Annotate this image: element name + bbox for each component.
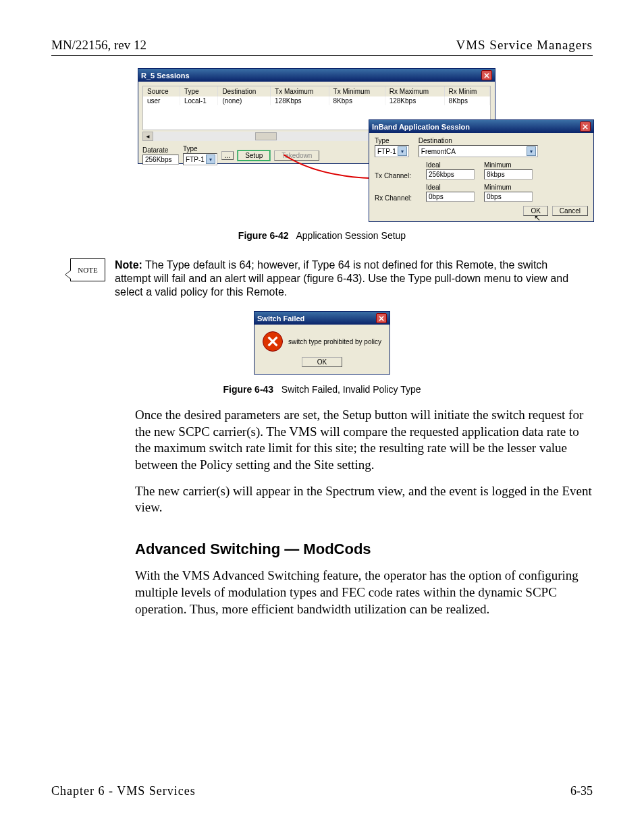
type-label: Type [183, 145, 217, 153]
header-right: VMS Service Managers [456, 38, 593, 53]
body-paragraph-1: Once the desired parameters are set, the… [135, 407, 593, 474]
cell: user [143, 96, 180, 105]
figure-6-42: R_5 Sessions Source Type Destination Tx … [138, 68, 585, 221]
chevron-down-icon[interactable]: ▾ [527, 146, 536, 156]
type-value: FTP-1 [186, 156, 205, 163]
close-icon[interactable] [481, 70, 492, 80]
chevron-down-icon[interactable]: ▾ [206, 155, 215, 164]
section-heading: Advanced Switching — ModCods [135, 541, 593, 558]
ideal-label: Ideal [426, 161, 475, 169]
col-source[interactable]: Source [143, 86, 180, 96]
header-left: MN/22156, rev 12 [51, 38, 146, 53]
switch-failed-title: Switch Failed [257, 314, 304, 323]
figure-6-42-caption: Figure 6-42 Application Session Setup [51, 230, 593, 241]
figure-6-43-caption: Figure 6-43 Switch Failed, Invalid Polic… [51, 384, 593, 395]
type-combo[interactable]: FTP-1 ▾ [183, 153, 217, 165]
rx-ideal-input[interactable]: 0bps [426, 192, 475, 202]
note-text-body: The Type default is 64; however, if Type… [115, 259, 568, 298]
scroll-thumb[interactable] [255, 132, 277, 140]
datarate-label: Datarate [142, 146, 179, 154]
minimum-label: Minimum [484, 161, 533, 169]
note-box-text: NOTE [78, 266, 97, 274]
close-icon[interactable] [376, 313, 387, 323]
switch-failed-titlebar[interactable]: Switch Failed [254, 312, 390, 325]
col-rx-max[interactable]: Rx Maximum [385, 86, 444, 96]
caption-bold: Figure 6-42 [238, 230, 289, 241]
dlg-dest-value: FremontCA [421, 148, 456, 155]
ok-button[interactable]: OK [302, 357, 342, 367]
caption-bold: Figure 6-43 [223, 384, 273, 395]
cell: (none) [218, 96, 271, 105]
table-row[interactable]: user Local-1 (none) 128Kbps 8Kbps 128Kbp… [143, 96, 490, 105]
cell: 8Kbps [329, 96, 385, 105]
body-paragraph-2: The new carrier(s) will appear in the Sp… [135, 483, 593, 516]
inband-session-dialog: InBand Application Session Type FTP-1 ▾ … [369, 119, 594, 222]
dlg-dest-combo[interactable]: FremontCA ▾ [419, 145, 538, 157]
page-number: 6-35 [570, 784, 593, 798]
caption-text: Application Session Setup [296, 230, 406, 241]
dlg-type-label: Type [375, 137, 409, 144]
note-block: NOTE Note: The Type default is 64; howev… [70, 258, 593, 299]
more-button[interactable]: ... [221, 151, 234, 160]
switch-failed-dialog: Switch Failed switch type prohibited by … [254, 311, 390, 375]
note-label: Note: [115, 259, 142, 271]
sessions-title: R_5 Sessions [141, 72, 190, 80]
note-icon: NOTE [70, 258, 105, 281]
col-tx-min[interactable]: Tx Minimum [329, 86, 385, 96]
close-icon[interactable] [580, 121, 591, 132]
error-icon [263, 331, 283, 352]
cancel-button[interactable]: Cancel [552, 206, 588, 216]
tx-channel-label: Tx Channel: [375, 172, 417, 180]
dialog-title: InBand Application Session [372, 123, 470, 131]
dlg-type-combo[interactable]: FTP-1 ▾ [375, 145, 409, 157]
rx-min-input[interactable]: 0bps [484, 192, 533, 202]
dlg-type-value: FTP-1 [377, 148, 396, 155]
scroll-left-icon[interactable]: ◄ [142, 132, 153, 141]
datarate-input[interactable]: 256Kbps [142, 155, 179, 165]
col-destination[interactable]: Destination [218, 86, 271, 96]
cell: 128Kbps [271, 96, 329, 105]
col-rx-min[interactable]: Rx Minim [444, 86, 489, 96]
cell: 128Kbps [385, 96, 444, 105]
dialog-titlebar[interactable]: InBand Application Session [369, 120, 593, 133]
body-paragraph-3: With the VMS Advanced Switching feature,… [135, 568, 593, 617]
cell: Local-1 [180, 96, 217, 105]
header-rule [51, 55, 593, 56]
caption-text: Switch Failed, Invalid Policy Type [281, 384, 421, 395]
cursor-icon: ↖ [534, 213, 541, 223]
minimum-label: Minimum [484, 184, 533, 191]
switch-failed-message: switch type prohibited by policy [288, 338, 381, 346]
col-tx-max[interactable]: Tx Maximum [271, 86, 329, 96]
tx-ideal-input[interactable]: 256kbps [426, 169, 475, 180]
setup-button[interactable]: Setup [238, 150, 270, 161]
sessions-titlebar[interactable]: R_5 Sessions [138, 69, 495, 82]
footer-left: Chapter 6 - VMS Services [51, 784, 196, 798]
dlg-dest-label: Destination [419, 137, 588, 144]
rx-channel-label: Rx Channel: [375, 194, 417, 202]
ideal-label: Ideal [426, 184, 475, 191]
tx-min-input[interactable]: 8kbps [484, 169, 533, 180]
cell: 8Kbps [444, 96, 489, 105]
table-header-row: Source Type Destination Tx Maximum Tx Mi… [143, 86, 490, 96]
col-type[interactable]: Type [180, 86, 217, 96]
chevron-down-icon[interactable]: ▾ [398, 146, 407, 156]
